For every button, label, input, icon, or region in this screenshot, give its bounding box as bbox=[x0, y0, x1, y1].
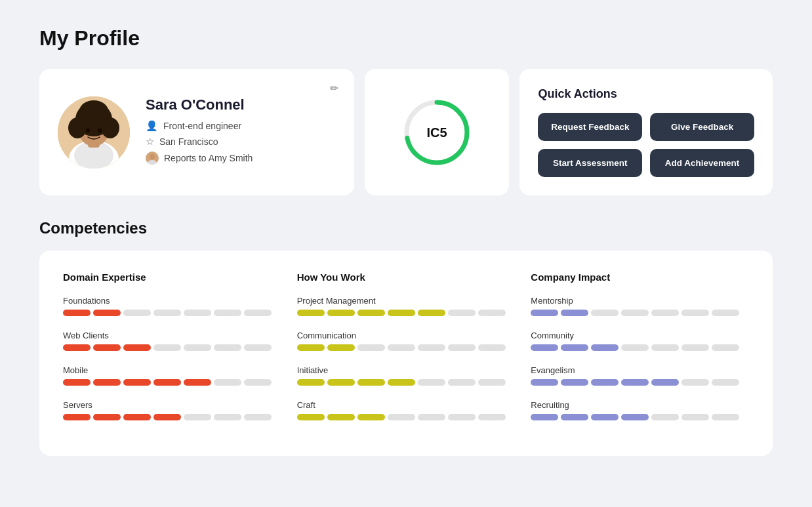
level-label: IC5 bbox=[427, 125, 447, 140]
how-you-work-section: How You Work Project Management Communic… bbox=[297, 272, 516, 435]
page-title: My Profile bbox=[39, 26, 773, 51]
level-circle: IC5 bbox=[401, 96, 473, 169]
list-item: Mobile bbox=[63, 365, 281, 386]
svg-point-7 bbox=[101, 117, 119, 138]
quick-actions-title: Quick Actions bbox=[538, 87, 754, 101]
domain-expertise-title: Domain Expertise bbox=[63, 272, 281, 283]
svg-point-8 bbox=[79, 100, 108, 121]
list-item: Community bbox=[531, 331, 749, 351]
list-item: Initiative bbox=[297, 365, 516, 386]
location-icon: ☆ bbox=[146, 136, 154, 148]
top-section: Sara O'Connel 👤 Front-end engineer ☆ San… bbox=[39, 69, 773, 195]
list-item: Evangelism bbox=[531, 365, 749, 386]
level-card: IC5 bbox=[365, 69, 510, 195]
profile-card: Sara O'Connel 👤 Front-end engineer ☆ San… bbox=[39, 69, 354, 195]
list-item: Servers bbox=[63, 400, 281, 420]
profile-name: Sara O'Connel bbox=[146, 96, 336, 113]
profile-role: 👤 Front-end engineer bbox=[146, 120, 336, 132]
how-you-work-title: How You Work bbox=[297, 272, 516, 283]
company-impact-title: Company Impact bbox=[531, 272, 749, 283]
add-achievement-button[interactable]: Add Achievement bbox=[650, 149, 754, 177]
avatar bbox=[58, 96, 130, 169]
svg-point-10 bbox=[98, 128, 102, 132]
domain-expertise-section: Domain Expertise Foundations Web Clients bbox=[63, 272, 281, 435]
company-impact-section: Company Impact Mentorship Community bbox=[531, 272, 749, 435]
edit-button[interactable]: ✏ bbox=[330, 82, 338, 94]
list-item: Recruiting bbox=[531, 400, 749, 420]
reports-avatar bbox=[146, 152, 159, 165]
competencies-card: Domain Expertise Foundations Web Clients bbox=[39, 251, 773, 456]
list-item: Project Management bbox=[297, 296, 516, 316]
profile-info: Sara O'Connel 👤 Front-end engineer ☆ San… bbox=[146, 96, 336, 169]
profile-reports: Reports to Amy Smith bbox=[146, 152, 336, 165]
profile-location: ☆ San Francisco bbox=[146, 136, 336, 148]
svg-point-6 bbox=[68, 117, 87, 138]
list-item: Craft bbox=[297, 400, 516, 420]
svg-point-9 bbox=[86, 128, 90, 132]
competencies-title: Competencies bbox=[39, 219, 773, 237]
request-feedback-button[interactable]: Request Feedback bbox=[538, 113, 642, 141]
give-feedback-button[interactable]: Give Feedback bbox=[650, 113, 754, 141]
quick-actions-card: Quick Actions Request Feedback Give Feed… bbox=[519, 69, 773, 195]
quick-actions-grid: Request Feedback Give Feedback Start Ass… bbox=[538, 113, 754, 177]
start-assessment-button[interactable]: Start Assessment bbox=[538, 149, 642, 177]
list-item: Foundations bbox=[63, 296, 281, 316]
person-icon: 👤 bbox=[146, 120, 158, 132]
list-item: Mentorship bbox=[531, 296, 749, 316]
list-item: Communication bbox=[297, 331, 516, 351]
svg-point-12 bbox=[150, 154, 155, 159]
list-item: Web Clients bbox=[63, 331, 281, 351]
